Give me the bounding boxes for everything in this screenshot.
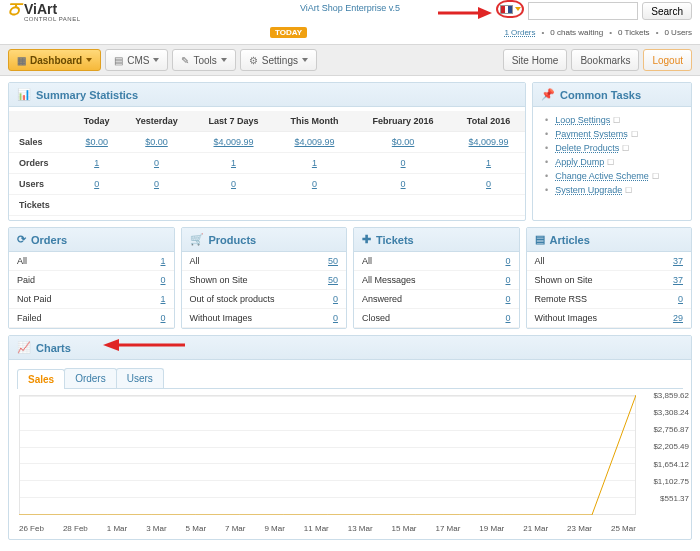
stat-value[interactable]: 0 xyxy=(486,179,491,189)
task-link[interactable]: Delete Products xyxy=(555,143,619,153)
task-link[interactable]: Loop Settings xyxy=(555,115,610,125)
y-tick: $1,102.75 xyxy=(653,476,689,485)
chart-series-line xyxy=(19,395,636,515)
annotation-arrow-charts xyxy=(99,338,189,354)
task-link[interactable]: System Upgrade xyxy=(555,185,622,195)
row-label: All xyxy=(354,252,480,271)
y-tick: $3,859.62 xyxy=(653,391,689,400)
stat-value[interactable]: 1 xyxy=(94,158,99,168)
col-header: This Month xyxy=(275,111,354,132)
y-tick: $2,756.87 xyxy=(653,425,689,434)
search-input[interactable] xyxy=(528,2,638,20)
status-orders-link[interactable]: 1 Orders xyxy=(504,28,535,37)
task-item: Payment Systems ☐ xyxy=(545,127,683,141)
svg-marker-0 xyxy=(478,7,492,19)
list-item: All1 xyxy=(9,252,174,271)
nav-site-home[interactable]: Site Home xyxy=(503,49,568,71)
row-value[interactable]: 29 xyxy=(673,313,683,323)
x-tick: 17 Mar xyxy=(435,524,460,533)
nav-logout[interactable]: Logout xyxy=(643,49,692,71)
row-value[interactable]: 0 xyxy=(505,313,510,323)
panel-title: Tickets xyxy=(376,234,414,246)
stat-value[interactable]: $4,009.99 xyxy=(469,137,509,147)
list-item: Out of stock products0 xyxy=(182,290,347,309)
nav-tools[interactable]: ✎Tools xyxy=(172,49,235,71)
panel-articles: ▤ArticlesAll37Shown on Site37Remote RSS0… xyxy=(526,227,693,329)
stats-icon: 📊 xyxy=(17,88,31,101)
status-right: 1 Orders •0 chats waiting •0 Tickets •0 … xyxy=(504,28,692,37)
x-tick: 28 Feb xyxy=(63,524,88,533)
nav-settings[interactable]: ⚙Settings xyxy=(240,49,317,71)
tab-users[interactable]: Users xyxy=(116,368,164,388)
chart-area: $3,859.62$3,308.24$2,756.87$2,205.49$1,6… xyxy=(9,389,691,539)
stat-value[interactable]: $4,009.99 xyxy=(294,137,334,147)
chevron-down-icon xyxy=(515,7,521,11)
stat-value[interactable]: 0 xyxy=(94,179,99,189)
stat-value[interactable]: $0.00 xyxy=(392,137,415,147)
x-tick: 25 Mar xyxy=(611,524,636,533)
tools-icon: ✎ xyxy=(181,55,189,66)
task-link[interactable]: Change Active Scheme xyxy=(555,171,649,181)
stat-value[interactable]: 0 xyxy=(231,179,236,189)
stat-value[interactable]: 1 xyxy=(312,158,317,168)
row-value[interactable]: 37 xyxy=(673,275,683,285)
stat-value[interactable]: 0 xyxy=(401,179,406,189)
nav-cms[interactable]: ▤CMS xyxy=(105,49,168,71)
col-header xyxy=(9,111,73,132)
task-link[interactable]: Apply Dump xyxy=(555,157,604,167)
row-value[interactable]: 0 xyxy=(160,275,165,285)
tab-orders[interactable]: Orders xyxy=(64,368,117,388)
list-item: Closed0 xyxy=(354,309,519,328)
panel-title: Articles xyxy=(550,234,590,246)
articles-icon: ▤ xyxy=(535,233,545,246)
row-value[interactable]: 50 xyxy=(328,275,338,285)
logo-subtitle: CONTROL PANEL xyxy=(24,16,81,22)
tab-sales[interactable]: Sales xyxy=(17,369,65,389)
row-value[interactable]: 0 xyxy=(505,275,510,285)
panel-charts: 📈 Charts SalesOrdersUsers $3,859.62$3,30… xyxy=(8,335,692,540)
stat-value[interactable]: $4,009.99 xyxy=(213,137,253,147)
row-value[interactable]: 37 xyxy=(673,256,683,266)
stat-value[interactable]: 0 xyxy=(401,158,406,168)
stat-value[interactable]: 1 xyxy=(486,158,491,168)
row-value[interactable]: 0 xyxy=(333,294,338,304)
logo: ਠ ViArt CONTROL PANEL xyxy=(8,2,81,22)
stat-value[interactable]: 1 xyxy=(231,158,236,168)
stat-value[interactable]: $0.00 xyxy=(85,137,108,147)
panel-tickets: ✚TicketsAll0All Messages0Answered0Closed… xyxy=(353,227,520,329)
stat-value[interactable]: 0 xyxy=(312,179,317,189)
logo-text: ViArt xyxy=(24,1,57,17)
list-item: Without Images0 xyxy=(182,309,347,328)
edition-label: ViArt Shop Enterprise v.5 xyxy=(300,3,400,13)
external-icon: ☐ xyxy=(625,186,632,195)
language-selector[interactable] xyxy=(496,0,524,18)
x-tick: 7 Mar xyxy=(225,524,245,533)
status-chats: 0 chats waiting xyxy=(550,28,603,37)
task-link[interactable]: Payment Systems xyxy=(555,129,628,139)
flag-icon xyxy=(500,5,513,14)
panel-common-tasks: 📌Common Tasks Loop Settings ☐Payment Sys… xyxy=(532,82,692,221)
row-value[interactable]: 0 xyxy=(333,313,338,323)
nav-bookmarks[interactable]: Bookmarks xyxy=(571,49,639,71)
row-label: Shown on Site xyxy=(182,271,313,290)
y-tick: $2,205.49 xyxy=(653,442,689,451)
row-value[interactable]: 0 xyxy=(678,294,683,304)
chevron-down-icon xyxy=(221,58,227,62)
nav-dashboard[interactable]: ▦Dashboard xyxy=(8,49,101,71)
chart-icon: 📈 xyxy=(17,341,31,354)
row-value[interactable]: 0 xyxy=(160,313,165,323)
search-button[interactable]: Search xyxy=(642,2,692,20)
list-item: Answered0 xyxy=(354,290,519,309)
stat-value[interactable]: 0 xyxy=(154,158,159,168)
row-value[interactable]: 1 xyxy=(160,256,165,266)
row-value[interactable]: 1 xyxy=(160,294,165,304)
row-value[interactable]: 0 xyxy=(505,294,510,304)
row-value[interactable]: 0 xyxy=(505,256,510,266)
dashboard-icon: ▦ xyxy=(17,55,26,66)
chevron-down-icon xyxy=(302,58,308,62)
col-header: Today xyxy=(73,111,121,132)
stat-value[interactable]: 0 xyxy=(154,179,159,189)
row-value[interactable]: 50 xyxy=(328,256,338,266)
stat-value[interactable]: $0.00 xyxy=(145,137,168,147)
x-tick: 21 Mar xyxy=(523,524,548,533)
